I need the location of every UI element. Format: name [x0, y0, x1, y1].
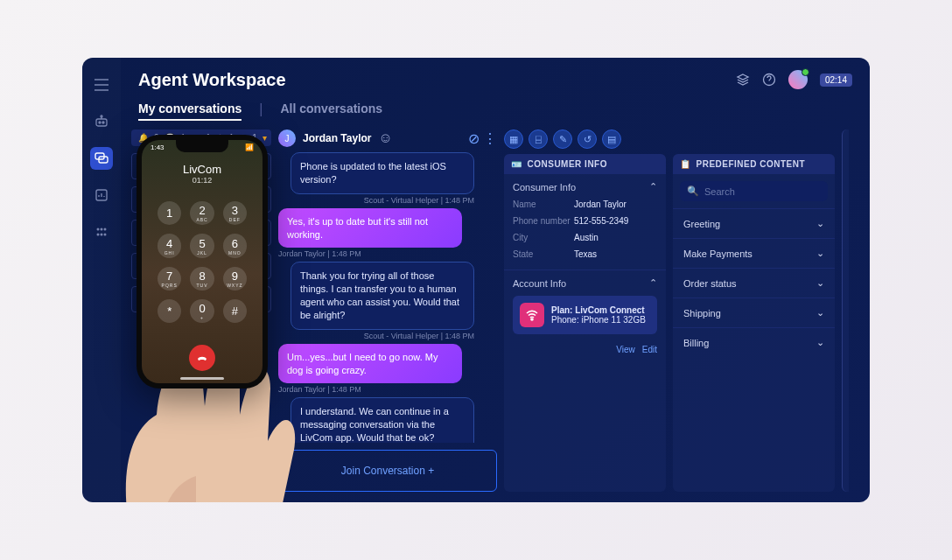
predefined-row[interactable]: Greeting⌄	[673, 208, 835, 238]
tool-icons: ▦ ⌸ ✎ ↺ ▤	[504, 130, 666, 154]
hamburger-icon[interactable]	[90, 74, 113, 96]
edit-link[interactable]: Edit	[642, 345, 657, 354]
analytics-icon[interactable]	[90, 184, 113, 206]
user-avatar[interactable]	[788, 70, 808, 89]
message-agent: Thank you for trying all of those things…	[278, 262, 497, 340]
contact-name: Jordan Taylor	[303, 132, 371, 144]
svg-point-10	[97, 234, 100, 236]
svg-point-11	[101, 234, 103, 236]
chat-header: J Jordan Taylor ☺ ⊘ ⋮	[278, 130, 497, 152]
search-input[interactable]: 🔍Search	[680, 181, 828, 201]
sentiment-icon[interactable]: ☺	[378, 130, 392, 146]
help-icon[interactable]	[762, 73, 776, 87]
conversation-item[interactable]: 💬	[131, 253, 271, 279]
svg-point-2	[102, 122, 104, 123]
plan-card: Plan: LivCom ConnectPhone: iPhone 11 32G…	[513, 296, 657, 334]
panel-header: 🪪CONSUMER INFO	[504, 154, 666, 174]
section-consumer-info[interactable]: Consumer Info⌃	[513, 181, 657, 196]
contact-avatar: J	[278, 130, 296, 147]
top-bar: Agent Workspace 02:14	[121, 58, 870, 102]
consumer-info-panel: 🪪CONSUMER INFO Consumer Info⌃ NameJordan…	[504, 154, 666, 492]
svg-rect-0	[96, 119, 107, 126]
section-account-info[interactable]: Account Info⌃	[513, 277, 657, 292]
search-icon: 🔍	[687, 186, 699, 197]
svg-point-9	[104, 228, 107, 231]
agent-workspace-app: Agent Workspace 02:14 My conversations |…	[82, 58, 870, 502]
chevron-down-icon: ⌄	[816, 248, 824, 259]
conversation-tabs: My conversations | All conversations	[121, 102, 870, 130]
list-icon: 📋	[680, 159, 691, 169]
apps-icon[interactable]	[90, 220, 113, 243]
predefined-row[interactable]: Order status⌄	[673, 268, 835, 298]
conversation-list: 🔔0 💬4 👥1 ☾1 ★1 ▾ 💬 💬 00:04💬 💬 👤	[131, 130, 271, 492]
message-customer: Um...yes...but I need to go now. My dog …	[278, 344, 497, 395]
message-agent: I understand. We can continue in a messa…	[278, 397, 497, 443]
wifi-icon	[520, 303, 544, 327]
moon-icon: ☾	[216, 133, 224, 143]
conversation-item[interactable]: 00:04💬	[131, 220, 271, 246]
message-customer: Yes, it's up to date but it's still not …	[278, 208, 497, 259]
chat-chip-icon: 💬	[248, 225, 263, 241]
chat-chip-icon: 💬	[248, 258, 263, 274]
filter-icon[interactable]: ▾	[262, 133, 267, 143]
left-nav	[82, 58, 121, 502]
chevron-up-icon: ⌃	[649, 181, 657, 192]
conversation-item[interactable]: 👤	[131, 286, 271, 312]
id-icon: 🪪	[511, 159, 522, 169]
main-area: Agent Workspace 02:14 My conversations |…	[121, 58, 870, 502]
chevron-up-icon: ⌃	[649, 277, 657, 289]
history-icon[interactable]: ↺	[578, 130, 597, 149]
app-title: Agent Workspace	[138, 70, 286, 90]
join-conversation-button[interactable]: Join Conversation +	[278, 450, 497, 492]
predefined-content-panel: 📋PREDEFINED CONTENT 🔍Search Greeting⌄ Ma…	[673, 154, 835, 492]
bot-icon[interactable]	[90, 110, 113, 133]
bell-icon: 🔔	[138, 133, 149, 143]
chat-chip-icon: 💬	[248, 158, 263, 174]
chevron-down-icon: ⌄	[816, 277, 824, 289]
svg-point-7	[97, 228, 100, 231]
predefined-row[interactable]: Make Payments⌄	[673, 238, 835, 268]
tab-all-conversations[interactable]: All conversations	[280, 102, 382, 121]
conversations-icon[interactable]	[90, 147, 113, 170]
svg-point-3	[101, 116, 102, 117]
panel-header: 📋PREDEFINED CONTENT	[673, 154, 835, 174]
star-icon: ★	[239, 133, 247, 143]
svg-point-12	[104, 234, 107, 236]
user-chip-icon: 👤	[248, 291, 263, 307]
message-agent: Phone is updated to the latest iOS versi…	[278, 152, 497, 205]
more-icon[interactable]: ⋮	[483, 130, 497, 147]
conversation-item[interactable]: 💬	[131, 186, 271, 213]
chevron-down-icon: ⌄	[816, 337, 824, 348]
chevron-down-icon: ⌄	[816, 218, 824, 229]
svg-point-8	[101, 228, 103, 231]
users-icon: 👥	[190, 133, 200, 143]
svg-point-1	[99, 122, 101, 123]
database-icon[interactable]: ⌸	[528, 130, 548, 149]
message-list: Phone is updated to the latest iOS versi…	[278, 152, 497, 443]
conversation-filters: 🔔0 💬4 👥1 ☾1 ★1 ▾	[131, 130, 271, 146]
calendar-icon[interactable]: ▤	[602, 130, 621, 149]
overflow-panel-edge	[842, 130, 849, 492]
edit-icon[interactable]: ✎	[553, 130, 572, 149]
chat-panel: J Jordan Taylor ☺ ⊘ ⋮ Phone is updated t…	[278, 130, 497, 492]
conversation-item[interactable]: 💬	[131, 153, 271, 179]
layers-icon[interactable]	[736, 73, 750, 87]
card-icon[interactable]: ▦	[504, 130, 523, 149]
view-link[interactable]: View	[616, 345, 635, 354]
chat-icon: 💬	[164, 133, 175, 143]
tab-my-conversations[interactable]: My conversations	[138, 102, 242, 121]
predefined-row[interactable]: Billing⌄	[673, 327, 835, 357]
predefined-row[interactable]: Shipping⌄	[673, 298, 835, 327]
chevron-down-icon: ⌄	[816, 307, 824, 318]
check-icon[interactable]: ⊘	[468, 130, 480, 147]
svg-point-14	[531, 318, 533, 320]
session-time-badge: 02:14	[820, 74, 852, 87]
chat-chip-icon: 💬	[248, 192, 263, 207]
